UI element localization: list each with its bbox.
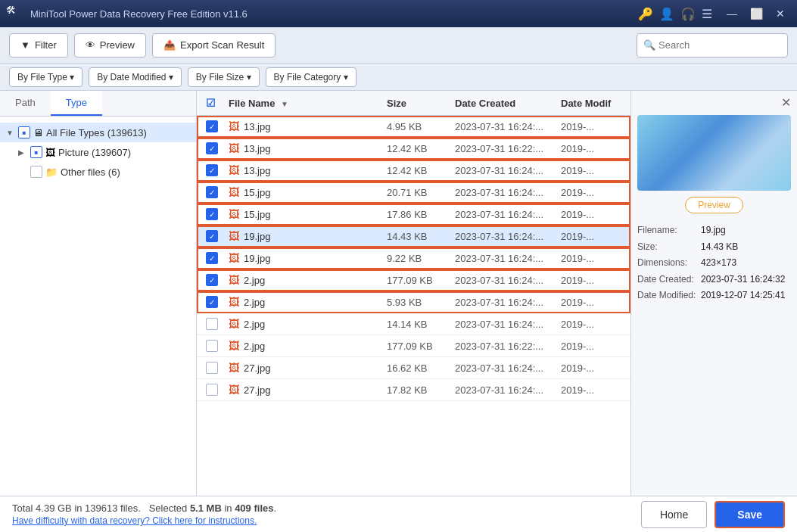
header-size: Size xyxy=(387,98,455,109)
jpg-icon: 🖼 xyxy=(229,384,239,396)
row-checkbox[interactable]: ✓ xyxy=(206,296,229,308)
filter-button[interactable]: ▼ Filter xyxy=(9,33,68,58)
close-preview-button[interactable]: ✕ xyxy=(781,95,791,110)
close-button[interactable]: ✕ xyxy=(770,3,791,24)
row-checkbox[interactable]: ✓ xyxy=(206,120,229,132)
menu-icon[interactable]: ☰ xyxy=(702,7,712,21)
tab-path[interactable]: Path xyxy=(0,91,51,116)
file-row[interactable]: 🖼 2.jpg 177.09 KB 2023-07-31 16:22:... 2… xyxy=(197,335,630,357)
dimensions-label: Dimensions: xyxy=(637,255,698,272)
file-row[interactable]: ✓ 🖼 2.jpg 177.09 KB 2023-07-31 16:24:...… xyxy=(197,269,630,291)
file-row[interactable]: ✓ 🖼 19.jpg 9.22 KB 2023-07-31 16:24:... … xyxy=(197,247,630,269)
minimize-button[interactable]: — xyxy=(721,3,743,24)
row-checkbox[interactable]: ✓ xyxy=(206,208,229,220)
tab-bar: Path Type xyxy=(0,91,196,117)
file-type-filter[interactable]: By File Type ▾ xyxy=(9,67,83,87)
file-row[interactable]: ✓ 🖼 19.jpg 14.43 KB 2023-07-31 16:24:...… xyxy=(197,226,630,247)
filename-value: 19.jpg xyxy=(701,222,726,239)
row-size: 5.93 KB xyxy=(387,297,455,308)
file-row[interactable]: 🖼 27.jpg 16.62 KB 2023-07-31 16:24:... 2… xyxy=(197,357,630,379)
date-modified-filter-label: By Date Modified ▾ xyxy=(97,72,173,82)
file-size-filter[interactable]: By File Size ▾ xyxy=(188,67,260,87)
header-modified: Date Modif xyxy=(561,98,621,109)
row-checkbox[interactable] xyxy=(206,362,229,374)
file-row[interactable]: ✓ 🖼 13.jpg 4.95 KB 2023-07-31 16:24:... … xyxy=(197,116,630,138)
export-label: Export Scan Result xyxy=(180,39,264,51)
file-category-filter[interactable]: By File Category ▾ xyxy=(266,67,356,87)
row-checkbox[interactable]: ✓ xyxy=(206,274,229,286)
header-created: Date Created xyxy=(455,98,561,109)
file-row[interactable]: ✓ 🖼 2.jpg 5.93 KB 2023-07-31 16:24:... 2… xyxy=(197,291,630,313)
file-row[interactable]: 🖼 27.jpg 17.82 KB 2023-07-31 16:24:... 2… xyxy=(197,379,630,401)
sort-icon[interactable]: ▼ xyxy=(281,100,288,108)
row-created: 2023-07-31 16:24:... xyxy=(455,165,561,176)
preview-image xyxy=(637,115,791,191)
key-icon[interactable]: 🔑 xyxy=(638,7,653,21)
row-checkbox[interactable]: ✓ xyxy=(206,164,229,176)
file-row[interactable]: 🖼 2.jpg 14.14 KB 2023-07-31 16:24:... 20… xyxy=(197,313,630,335)
jpg-icon: 🖼 xyxy=(229,186,239,198)
file-type-filter-label: By File Type ▾ xyxy=(17,72,74,82)
user-icon[interactable]: 👤 xyxy=(659,7,674,21)
search-input[interactable] xyxy=(658,39,781,51)
file-row[interactable]: ✓ 🖼 13.jpg 12.42 KB 2023-07-31 16:24:...… xyxy=(197,160,630,182)
checkbox-picture[interactable]: ■ xyxy=(30,146,42,158)
toolbar: ▼ Filter 👁 Preview 📤 Export Scan Result … xyxy=(0,27,797,64)
export-button[interactable]: 📤 Export Scan Result xyxy=(152,33,276,58)
row-modified: 2019-... xyxy=(561,275,621,286)
row-size: 177.09 KB xyxy=(387,275,455,286)
checkbox-other[interactable] xyxy=(30,166,42,178)
headset-icon[interactable]: 🎧 xyxy=(680,7,696,21)
tab-type[interactable]: Type xyxy=(51,91,102,116)
tree-item-other[interactable]: 📁 Other files (6) xyxy=(0,162,196,182)
row-filename: 🖼 19.jpg xyxy=(229,230,387,242)
maximize-button[interactable]: ⬜ xyxy=(746,3,767,24)
row-modified: 2019-... xyxy=(561,362,621,374)
total-text: Total 4.39 GB in 139613 files. xyxy=(12,502,141,514)
header-name: File Name ▼ xyxy=(229,98,387,109)
help-link[interactable]: Have difficulty with data recovery? Clic… xyxy=(12,515,641,526)
row-modified: 2019-... xyxy=(561,187,621,198)
row-checkbox[interactable]: ✓ xyxy=(206,186,229,198)
tree-item-all[interactable]: ▼ ■ 🖥 All File Types (139613) xyxy=(0,123,196,142)
row-size: 12.42 KB xyxy=(387,165,455,176)
selected-text: Selected 5.1 MB in 409 files. xyxy=(149,502,276,514)
row-modified: 2019-... xyxy=(561,209,621,220)
row-checkbox[interactable] xyxy=(206,340,229,352)
date-modified-filter[interactable]: By Date Modified ▾ xyxy=(89,67,182,87)
preview-action-button[interactable]: Preview xyxy=(685,197,743,213)
file-row[interactable]: ✓ 🖼 15.jpg 17.86 KB 2023-07-31 16:24:...… xyxy=(197,204,630,226)
row-checkbox[interactable]: ✓ xyxy=(206,230,229,242)
header-checkbox[interactable]: ☑ xyxy=(206,97,216,109)
row-created: 2023-07-31 16:24:... xyxy=(455,275,561,286)
row-checkbox[interactable]: ✓ xyxy=(206,142,229,154)
jpg-icon: 🖼 xyxy=(229,120,239,132)
preview-btn-wrap: Preview xyxy=(637,197,791,213)
file-list: ✓ 🖼 13.jpg 4.95 KB 2023-07-31 16:24:... … xyxy=(197,116,630,496)
file-row[interactable]: ✓ 🖼 13.jpg 12.42 KB 2023-07-31 16:22:...… xyxy=(197,138,630,160)
file-metadata: Filename: 19.jpg Size: 14.43 KB Dimensio… xyxy=(637,222,791,304)
jpg-icon: 🖼 xyxy=(229,142,239,154)
file-list-panel: ☑ File Name ▼ Size Date Created Date Mod… xyxy=(197,91,630,496)
row-checkbox[interactable]: ✓ xyxy=(206,252,229,264)
left-panel: Path Type ▼ ■ 🖥 All File Types (139613) … xyxy=(0,91,197,496)
row-size: 12.42 KB xyxy=(387,143,455,154)
file-size-filter-label: By File Size ▾ xyxy=(196,72,251,82)
picture-icon: 🖼 xyxy=(45,147,55,158)
file-row[interactable]: ✓ 🖼 15.jpg 20.71 KB 2023-07-31 16:24:...… xyxy=(197,182,630,204)
created-value: 2023-07-31 16:24:32 xyxy=(701,272,785,288)
row-created: 2023-07-31 16:24:... xyxy=(455,253,561,264)
filter-bar: By File Type ▾ By Date Modified ▾ By Fil… xyxy=(0,64,797,91)
export-icon: 📤 xyxy=(163,39,176,51)
row-filename: 🖼 19.jpg xyxy=(229,252,387,264)
tree-item-picture[interactable]: ▶ ■ 🖼 Picture (139607) xyxy=(0,142,196,162)
preview-button[interactable]: 👁 Preview xyxy=(74,33,146,58)
row-checkbox[interactable] xyxy=(206,318,229,330)
row-size: 14.43 KB xyxy=(387,231,455,242)
row-checkbox[interactable] xyxy=(206,384,229,396)
row-size: 9.22 KB xyxy=(387,253,455,264)
save-button[interactable]: Save xyxy=(714,501,785,528)
row-created: 2023-07-31 16:24:... xyxy=(455,209,561,220)
home-button[interactable]: Home xyxy=(641,501,707,528)
checkbox-all[interactable]: ■ xyxy=(18,126,30,138)
